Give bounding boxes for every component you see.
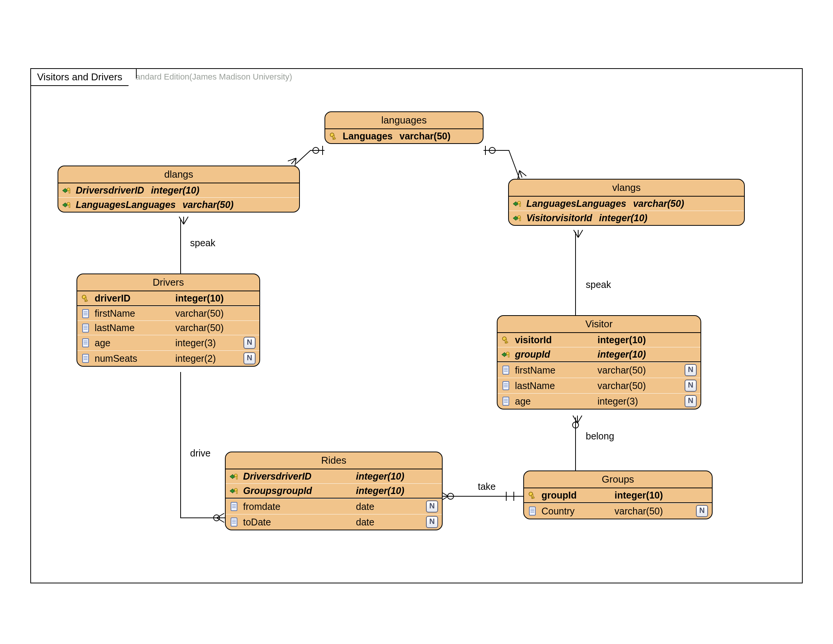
entity-rows: DriversdriverIDinteger(10)GroupsgroupIdi… <box>226 469 442 530</box>
column-type: date <box>356 501 375 512</box>
rel-label-belong: belong <box>586 431 614 442</box>
column-row[interactable]: toDatedateN <box>226 514 442 530</box>
column-row[interactable]: ageinteger(3)N <box>77 335 259 350</box>
entity-title: vlangs <box>509 180 744 196</box>
column-type: integer(10) <box>599 213 648 224</box>
column-type: integer(10) <box>614 490 663 501</box>
column-type: integer(10) <box>151 185 199 196</box>
entity-title: languages <box>325 112 483 129</box>
column-row[interactable]: LanguagesLanguagesvarchar(50) <box>58 197 299 212</box>
column-name: groupId <box>515 349 591 360</box>
diagram-frame: Visual Paradigm for UML Standard Edition… <box>30 68 803 583</box>
column-row[interactable]: numSeatsinteger(2)N <box>77 350 259 366</box>
svg-marker-38 <box>502 352 506 357</box>
column-row[interactable]: GroupsgroupIdinteger(10) <box>226 483 442 498</box>
column-name: Country <box>542 506 608 517</box>
column-type: varchar(50) <box>598 380 646 391</box>
column-row[interactable]: groupIdinteger(10) <box>497 347 701 361</box>
column-name: firstName <box>95 308 169 319</box>
nullable-badge: N <box>685 380 697 392</box>
column-row[interactable]: firstNamevarchar(50) <box>77 306 259 320</box>
entity-drivers[interactable]: Drivers driverIDinteger(10)firstNamevarc… <box>77 274 260 367</box>
entity-rows: DriversdriverIDinteger(10)LanguagesLangu… <box>58 184 299 212</box>
svg-marker-7 <box>63 203 67 207</box>
column-name: age <box>515 396 591 407</box>
nullable-badge: N <box>426 516 438 528</box>
column-type: integer(2) <box>175 353 216 364</box>
foreign-key-icon <box>500 349 511 360</box>
column-type: varchar(50) <box>614 506 663 517</box>
entity-rows: visitorIdinteger(10)groupIdinteger(10)fi… <box>497 333 701 409</box>
primary-key-icon <box>80 293 91 304</box>
column-row[interactable]: visitorIdinteger(10) <box>497 333 701 347</box>
column-name: LanguagesLanguages <box>76 199 176 210</box>
column-row[interactable]: groupIdinteger(10) <box>524 488 712 502</box>
primary-key-icon <box>328 131 339 142</box>
entity-languages[interactable]: languages Languagesvarchar(50) <box>325 111 484 144</box>
svg-rect-63 <box>231 518 237 526</box>
entity-visitor[interactable]: Visitor visitorIdinteger(10)groupIdinteg… <box>497 315 701 409</box>
entity-rows: LanguagesLanguagesvarchar(50)Visitorvisi… <box>509 196 744 225</box>
column-row[interactable]: DriversdriverIDinteger(10) <box>58 184 299 197</box>
foreign-key-icon <box>229 471 239 482</box>
rel-label-speak-1: speak <box>190 238 215 248</box>
entity-rows: groupIdinteger(10)Countryvarchar(50)N <box>524 488 712 518</box>
svg-marker-56 <box>230 489 234 493</box>
column-name: LanguagesLanguages <box>526 198 626 209</box>
entity-dlangs[interactable]: dlangs DriversdriverIDinteger(10)Languag… <box>58 166 300 213</box>
foreign-key-icon <box>61 185 72 196</box>
entity-rides[interactable]: Rides DriversdriverIDinteger(10)Groupsgr… <box>225 452 442 530</box>
foreign-key-icon <box>61 200 72 210</box>
column-row[interactable]: firstNamevarchar(50)N <box>497 362 701 378</box>
column-icon <box>500 380 511 391</box>
svg-rect-69 <box>532 497 534 498</box>
column-row[interactable]: LanguagesLanguagesvarchar(50) <box>509 196 744 211</box>
frame-title-tab: Visitors and Drivers <box>30 68 137 86</box>
svg-rect-3 <box>334 138 336 139</box>
column-row[interactable]: DriversdriverIDinteger(10) <box>226 469 442 483</box>
column-type: varchar(50) <box>175 322 224 333</box>
svg-rect-15 <box>519 218 521 221</box>
column-name: VisitorvisitorId <box>526 213 592 224</box>
entity-title: Visitor <box>497 316 701 333</box>
rel-label-drive: drive <box>190 448 211 459</box>
entity-title: Groups <box>524 471 712 488</box>
frame-title: Visitors and Drivers <box>37 71 122 82</box>
entity-title: Rides <box>226 452 442 469</box>
column-row[interactable]: VisitorvisitorIdinteger(10) <box>509 211 744 225</box>
foreign-key-icon <box>229 486 239 496</box>
rel-label-take: take <box>478 481 495 492</box>
column-row[interactable]: fromdatedateN <box>226 499 442 514</box>
column-type: integer(10) <box>598 335 646 346</box>
entity-groups[interactable]: Groups groupIdinteger(10)Countryvarchar(… <box>523 470 712 519</box>
svg-rect-12 <box>519 203 521 206</box>
column-row[interactable]: Languagesvarchar(50) <box>325 129 483 143</box>
column-row[interactable]: driverIDinteger(10) <box>77 291 259 305</box>
column-row[interactable]: ageinteger(3)N <box>497 393 701 409</box>
svg-marker-10 <box>513 201 518 206</box>
column-row[interactable]: Countryvarchar(50)N <box>524 503 712 518</box>
column-name: toDate <box>243 517 349 528</box>
column-row[interactable]: lastNamevarchar(50)N <box>497 378 701 393</box>
svg-rect-19 <box>82 309 88 318</box>
nullable-badge: N <box>426 501 438 512</box>
column-name: fromdate <box>243 501 349 512</box>
column-type: integer(10) <box>175 293 224 304</box>
entity-vlangs[interactable]: vlangs LanguagesLanguagesvarchar(50)Visi… <box>508 179 745 226</box>
column-name: lastName <box>515 380 591 391</box>
column-name: numSeats <box>95 353 169 364</box>
column-icon <box>229 517 239 527</box>
nullable-badge: N <box>243 352 256 364</box>
column-row[interactable]: lastNamevarchar(50) <box>77 320 259 335</box>
column-name: age <box>95 338 169 349</box>
rel-label-speak-2: speak <box>586 279 611 290</box>
foreign-key-icon <box>512 198 523 209</box>
column-icon <box>80 323 91 333</box>
svg-rect-59 <box>231 502 237 510</box>
entity-title: Drivers <box>77 274 259 291</box>
column-type: varchar(50) <box>399 131 450 142</box>
column-type: varchar(50) <box>182 199 234 210</box>
svg-rect-45 <box>503 382 509 390</box>
svg-rect-37 <box>506 342 508 343</box>
svg-rect-70 <box>529 507 536 515</box>
